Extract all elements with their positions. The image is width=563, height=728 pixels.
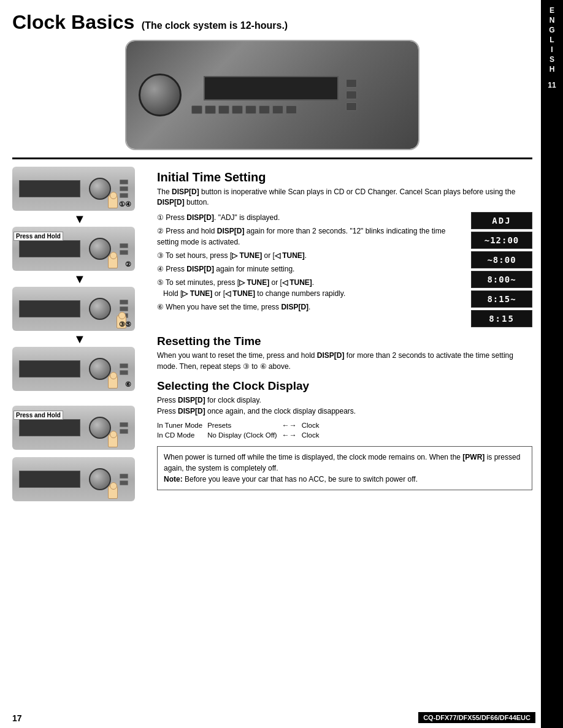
display-6: 8:15: [471, 310, 532, 327]
dd-buttons: [120, 180, 128, 198]
resetting-title: Resetting the Time: [157, 335, 532, 348]
main-content: Clock Basics (The clock system is 12-hou…: [0, 0, 563, 512]
left-column: ①④ ▼ Press and Hold ② ▼: [12, 167, 147, 501]
device-button: [218, 105, 229, 114]
dd-btn: [120, 474, 128, 479]
press-hold-label-1: Press and Hold: [13, 232, 63, 241]
finger-indicator: [108, 485, 118, 499]
table-row: In CD Mode No Display (Clock Off) ←→ Clo…: [157, 430, 324, 440]
lang-letter-l: L: [550, 36, 554, 44]
device-button: [191, 105, 202, 114]
device-side-button: [346, 91, 357, 99]
table-cell-to-1: Clock: [302, 420, 324, 430]
title-area: Clock Basics (The clock system is 12-hou…: [12, 11, 532, 34]
display-2: ~12:00: [471, 232, 532, 249]
display-4: 8:00~: [471, 271, 532, 288]
dd-btn: [120, 370, 128, 375]
device-button: [232, 105, 243, 114]
dd-btn: [120, 180, 128, 184]
table-cell-arrow-2: ←→: [282, 430, 302, 440]
dd-btn: [120, 250, 128, 255]
table-cell-to-2: Clock: [302, 430, 324, 440]
steps-and-displays: ① Press DISP[D]. "ADJ" is displayed. ② P…: [157, 212, 532, 327]
press-hold-label-2: Press and Hold: [13, 411, 63, 420]
down-arrow-2: ▼: [12, 273, 147, 284]
clock-display-table: In Tuner Mode Presets ←→ Clock In CD Mod…: [157, 420, 324, 440]
finger-indicator: [108, 375, 118, 389]
model-code-bar: CQ-DFX77/DFX55/DF66/DF44EUC: [418, 712, 535, 723]
device-image-area: [12, 40, 532, 150]
photo-2: Press and Hold ②: [12, 227, 135, 271]
dd-screen: [19, 419, 80, 436]
dd-screen: [19, 180, 80, 197]
display-3: ~8:00: [471, 251, 532, 268]
step-6: ⑥ When you have set the time, press DISP…: [157, 301, 465, 313]
device-button: [205, 105, 216, 114]
step-2: ② Press and hold DISP[D] again for more …: [157, 226, 465, 248]
device-button: [245, 105, 256, 114]
dd-btn: [120, 243, 128, 248]
lang-letter-s: S: [550, 55, 554, 64]
photo-5: Press and Hold: [12, 406, 135, 450]
note-text: When power is turned off while the time …: [164, 453, 520, 483]
dd-screen: [19, 240, 80, 257]
dd-btn: [120, 480, 128, 485]
down-arrow-3: ▼: [12, 333, 147, 344]
device-button: [272, 105, 283, 114]
dd-btn: [120, 306, 128, 311]
steps-text: ① Press DISP[D]. "ADJ" is displayed. ② P…: [157, 212, 465, 327]
lang-letter-n: N: [550, 16, 555, 25]
dd-screen: [19, 300, 80, 317]
displays-column: ADJ ~12:00 ~8:00 8:00~ 8:15~ 8:15: [471, 212, 532, 327]
step-3: ③ To set hours, press [▷ TUNE] or [◁ TUN…: [157, 250, 465, 261]
step-label-3: ③⑤: [119, 320, 131, 328]
section-divider: [12, 157, 532, 159]
device-side-buttons: [346, 79, 357, 111]
note-box: When power is turned off while the time …: [157, 446, 532, 490]
step-5: ⑤ To set minutes, press [▷ TUNE] or [◁ T…: [157, 277, 465, 299]
down-arrow-1: ▼: [12, 213, 147, 224]
dd-btn: [120, 300, 128, 305]
dd-btn: [120, 193, 128, 198]
device-side-button: [346, 79, 357, 88]
selecting-clock-title: Selecting the Clock Display: [157, 379, 532, 393]
dd-btn: [120, 429, 128, 434]
selecting-clock-line1: Press DISP[D] for clock display.: [157, 395, 532, 406]
display-1: ADJ: [471, 212, 532, 229]
dd-buttons: [120, 363, 128, 375]
device-button: [259, 105, 270, 114]
dd-screen: [19, 471, 80, 488]
sidebar-page-number: 11: [548, 81, 556, 89]
selecting-clock-line2: Press DISP[D] once again, and the clock …: [157, 406, 532, 417]
language-sidebar: E N G L I S H 11: [541, 0, 563, 728]
photo-6: [12, 457, 135, 501]
dd-btn: [120, 186, 128, 191]
page-title-sub: (The clock system is 12-hours.): [142, 20, 288, 31]
device-button: [286, 105, 297, 114]
resetting-body: When you want to reset the time, press a…: [157, 350, 532, 372]
lang-letter-e: E: [550, 6, 554, 15]
bottom-layout: ①④ ▼ Press and Hold ② ▼: [12, 167, 532, 501]
step-label-1: ①④: [119, 200, 131, 208]
photo-4: ⑥: [12, 347, 135, 391]
step-label-4: ⑥: [125, 381, 131, 389]
table-cell-from-1: Presets: [207, 420, 282, 430]
step-label-2: ②: [125, 260, 131, 268]
step-1: ① Press DISP[D]. "ADJ" is displayed.: [157, 212, 465, 223]
lang-letter-g: G: [549, 26, 554, 34]
page-title: Clock Basics: [12, 11, 134, 33]
dd-screen: [19, 360, 80, 377]
lang-letter-i: I: [551, 45, 553, 54]
finger-indicator: [108, 434, 118, 447]
table-cell-mode-2: In CD Mode: [157, 430, 207, 440]
table-cell-from-2: No Display (Clock Off): [207, 430, 282, 440]
lang-letter-h: H: [550, 65, 555, 74]
page-number: 17: [12, 713, 22, 723]
dd-btn: [120, 422, 128, 427]
device-display: [204, 76, 339, 100]
table-row: In Tuner Mode Presets ←→ Clock: [157, 420, 324, 430]
initial-time-setting-intro: The DISP[D] button is inoperative while …: [157, 187, 532, 208]
language-letters: E N G L I S H: [549, 6, 554, 74]
table-cell-mode-1: In Tuner Mode: [157, 420, 207, 430]
finger-indicator: [108, 255, 118, 268]
